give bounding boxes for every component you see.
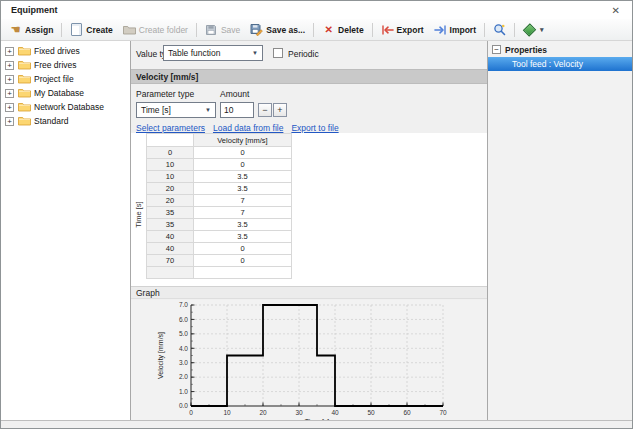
x-tick-label: 20 [259, 409, 267, 416]
time-cell[interactable]: 20 [147, 183, 194, 195]
table-row: 353.5 [147, 219, 292, 231]
tree-item-label: Standard [34, 116, 69, 126]
graph-header: Graph [131, 286, 487, 299]
time-cell[interactable] [147, 267, 194, 279]
time-cell[interactable]: 35 [147, 207, 194, 219]
import-label: Import [450, 25, 476, 35]
velocity-cell[interactable]: 3.5 [194, 171, 292, 183]
tree-item-fixed-drives[interactable]: +Fixed drives [1, 44, 130, 58]
expand-plus-icon[interactable]: + [5, 47, 14, 56]
time-cell[interactable]: 10 [147, 159, 194, 171]
time-cell[interactable]: 35 [147, 219, 194, 231]
decrement-button[interactable]: − [258, 103, 272, 117]
close-icon[interactable]: ✕ [610, 5, 622, 16]
x-tick-label: 0 [189, 409, 193, 416]
expand-plus-icon[interactable]: + [5, 75, 14, 84]
chevron-down-icon: ▾ [540, 26, 544, 34]
toolbar-separator [484, 23, 485, 37]
section-header: Velocity [mm/s] [131, 69, 487, 84]
editor-panel: Value type Table function ▼ Periodic Vel… [131, 41, 488, 421]
collapse-icon[interactable]: − [492, 45, 501, 54]
tree-item-network-database[interactable]: +Network Database [1, 100, 130, 114]
velocity-column-header: Velocity [mm/s] [194, 134, 292, 147]
export-button[interactable]: Export [376, 21, 429, 38]
y-tick-label: 3.0 [179, 359, 188, 366]
expand-plus-icon[interactable]: + [5, 89, 14, 98]
velocity-cell[interactable]: 3.5 [194, 219, 292, 231]
table-row: 700 [147, 255, 292, 267]
value-type-select[interactable]: Table function ▼ [163, 45, 263, 61]
x-tick-label: 50 [367, 409, 375, 416]
assign-icon: ☛ [9, 23, 22, 36]
periodic-checkbox[interactable] [273, 48, 283, 58]
x-tick-label: 40 [331, 409, 339, 416]
periodic-label: Periodic [288, 49, 319, 59]
time-cell[interactable]: 40 [147, 231, 194, 243]
save-button[interactable]: Save [200, 21, 245, 38]
create-label: Create [86, 25, 112, 35]
toolbar-separator [61, 23, 62, 37]
time-cell[interactable]: 20 [147, 195, 194, 207]
create-folder-icon [123, 23, 136, 36]
velocity-cell[interactable]: 3.5 [194, 231, 292, 243]
velocity-cell[interactable]: 0 [194, 255, 292, 267]
select-parameters-link[interactable]: Select parameters [136, 123, 205, 133]
module-icon [523, 23, 536, 36]
value-table: Velocity [mm/s] 00100103.5203.5207357353… [146, 133, 292, 279]
velocity-cell[interactable]: 0 [194, 147, 292, 159]
zoom-preview-button[interactable] [488, 21, 511, 38]
increment-button[interactable]: + [273, 103, 287, 117]
velocity-series-line [191, 305, 443, 406]
delete-button[interactable]: ✕ Delete [317, 21, 369, 38]
save-as-label: Save as... [266, 25, 305, 35]
y-axis-label: Velocity [mm/s] [157, 332, 165, 379]
export-icon [381, 23, 394, 36]
time-header-spacer [147, 134, 194, 147]
title-bar: Equipment ✕ [1, 1, 632, 19]
velocity-cell[interactable]: 7 [194, 195, 292, 207]
save-icon [205, 23, 218, 36]
time-cell[interactable]: 70 [147, 255, 194, 267]
load-data-from-file-link[interactable]: Load data from file [213, 123, 283, 133]
assign-label: Assign [25, 25, 53, 35]
parameter-type-label: Parameter type [136, 89, 194, 99]
table-header-row: Velocity [mm/s] [147, 134, 292, 147]
database-tree: +Fixed drives+Free drives+Project file+M… [1, 41, 131, 421]
amount-input[interactable] [220, 102, 254, 118]
table-row: 100 [147, 159, 292, 171]
tree-item-project-file[interactable]: +Project file [1, 72, 130, 86]
velocity-cell[interactable]: 3.5 [194, 183, 292, 195]
velocity-cell[interactable]: 0 [194, 243, 292, 255]
parameter-type-select[interactable]: Time [s] ▼ [136, 102, 216, 118]
expand-plus-icon[interactable]: + [5, 117, 14, 126]
table-row: 357 [147, 207, 292, 219]
y-tick-label: 0.0 [179, 402, 188, 409]
tree-item-label: Fixed drives [34, 46, 80, 56]
tree-item-standard[interactable]: +Standard [1, 114, 130, 128]
export-to-file-link[interactable]: Export to file [291, 123, 338, 133]
create-button[interactable]: Create [65, 21, 117, 38]
velocity-cell[interactable]: 7 [194, 207, 292, 219]
properties-selected-item[interactable]: Tool feed : Velocity [488, 57, 632, 71]
y-tick-label: 2.0 [179, 373, 188, 380]
create-folder-button[interactable]: Create folder [118, 21, 193, 38]
properties-header: − Properties [488, 43, 632, 56]
module-dropdown-button[interactable]: ▾ [518, 21, 549, 38]
toolbar-separator [313, 23, 314, 37]
tree-item-my-database[interactable]: +My Database [1, 86, 130, 100]
toolbar-separator [196, 23, 197, 37]
folder-icon [18, 116, 31, 126]
import-button[interactable]: Import [429, 21, 481, 38]
expand-plus-icon[interactable]: + [5, 61, 14, 70]
velocity-cell[interactable] [194, 267, 292, 279]
expand-plus-icon[interactable]: + [5, 103, 14, 112]
y-tick-label: 1.0 [179, 388, 188, 395]
time-cell[interactable]: 40 [147, 243, 194, 255]
time-cell[interactable]: 0 [147, 147, 194, 159]
save-as-button[interactable]: Save as... [245, 21, 310, 38]
assign-button[interactable]: ☛ Assign [4, 21, 58, 38]
time-cell[interactable]: 10 [147, 171, 194, 183]
velocity-cell[interactable]: 0 [194, 159, 292, 171]
tree-item-free-drives[interactable]: +Free drives [1, 58, 130, 72]
value-table-zone: Time [s] Velocity [mm/s] 00100103.5203.5… [131, 133, 487, 286]
